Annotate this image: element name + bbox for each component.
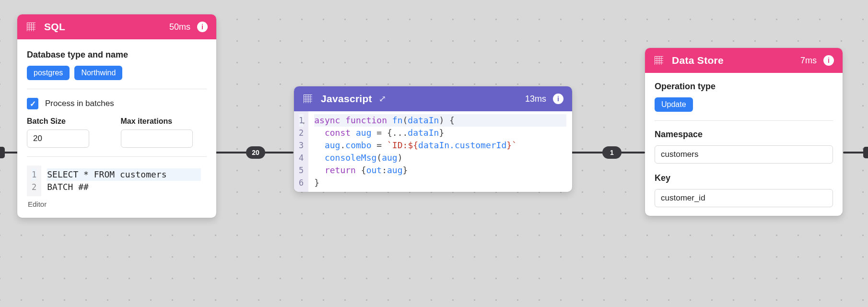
code-line: return {out:aug} <box>314 164 566 177</box>
db-name-chip[interactable]: Northwind <box>74 66 122 80</box>
key-input[interactable] <box>655 189 833 207</box>
sql-editor-label: Editor <box>27 196 207 209</box>
code-line: SELECT * FROM customers <box>47 168 201 181</box>
gutter-line: 1▾ <box>299 114 304 127</box>
grid-icon <box>303 94 313 104</box>
info-icon[interactable]: i <box>197 22 208 32</box>
batch-size-label: Batch Size <box>27 117 113 126</box>
data-store-node[interactable]: Data Store 7ms i Operation type Update N… <box>645 48 843 216</box>
gutter-line: 3 <box>299 139 304 152</box>
edge-badge: 20 <box>246 146 265 159</box>
namespace-label: Namespace <box>655 130 833 140</box>
max-iterations-label: Max iterations <box>121 117 207 126</box>
info-icon[interactable]: i <box>553 94 563 104</box>
node-title: Javascript <box>321 93 372 105</box>
grid-icon <box>26 22 36 32</box>
sql-editor[interactable]: 1 2 SELECT * FROM customers BATCH ## <box>27 165 207 196</box>
node-header[interactable]: SQL 50ms i <box>17 14 216 39</box>
js-editor[interactable]: 1▾ 2 3 4 5 6 async function fn(dataIn) {… <box>294 111 572 192</box>
info-icon[interactable]: i <box>823 55 834 66</box>
key-label: Key <box>655 173 833 183</box>
max-iterations-input[interactable] <box>121 130 193 148</box>
grid-icon <box>654 55 664 66</box>
operation-type-label: Operation type <box>655 82 833 92</box>
node-title: Data Store <box>672 55 724 66</box>
namespace-input[interactable] <box>655 145 833 164</box>
code-line: aug.combo = `ID:${dataIn.customerId}` <box>314 139 566 152</box>
divider <box>27 156 207 157</box>
edge-badge-value: 20 <box>252 149 259 156</box>
gutter-line: 5 <box>299 164 304 177</box>
process-batches-label: Process in batches <box>45 99 114 108</box>
gutter-line: 2 <box>299 127 304 139</box>
gutter-line: 2 <box>32 181 36 193</box>
edge-terminal <box>0 147 5 158</box>
node-time: 13ms <box>525 94 546 104</box>
sql-node[interactable]: SQL 50ms i Database type and name postgr… <box>17 14 216 218</box>
divider <box>655 120 833 121</box>
code-line: } <box>314 177 566 189</box>
expand-icon[interactable]: ⤢ <box>379 94 386 104</box>
divider <box>27 89 207 89</box>
batch-size-input[interactable] <box>27 130 89 148</box>
node-header[interactable]: Data Store 7ms i <box>645 48 843 73</box>
javascript-node[interactable]: Javascript ⤢ 13ms i 1▾ 2 3 4 5 6 async f… <box>294 86 572 192</box>
node-header[interactable]: Javascript ⤢ 13ms i <box>294 86 572 111</box>
edge-badge: 1 <box>602 146 622 159</box>
db-type-chip[interactable]: postgres <box>27 66 70 80</box>
workflow-canvas[interactable]: 20 1 SQL 50ms i Database type and name p… <box>0 0 868 307</box>
code-line: async function fn(dataIn) { <box>314 114 566 127</box>
node-time: 7ms <box>800 56 817 66</box>
code-line: BATCH ## <box>47 181 201 193</box>
db-section-label: Database type and name <box>27 50 207 60</box>
node-title: SQL <box>44 21 65 33</box>
edge-terminal <box>863 147 868 158</box>
process-batches-checkbox[interactable]: ✓ <box>27 98 38 109</box>
edge-badge-value: 1 <box>610 149 614 156</box>
node-time: 50ms <box>169 22 190 32</box>
gutter-line: 6 <box>299 177 304 189</box>
gutter-line: 1 <box>32 168 36 181</box>
operation-type-chip[interactable]: Update <box>655 97 693 112</box>
code-line: consoleMsg(aug) <box>314 152 566 164</box>
gutter-line: 4 <box>299 152 304 164</box>
code-line: const aug = {...dataIn} <box>314 127 566 139</box>
